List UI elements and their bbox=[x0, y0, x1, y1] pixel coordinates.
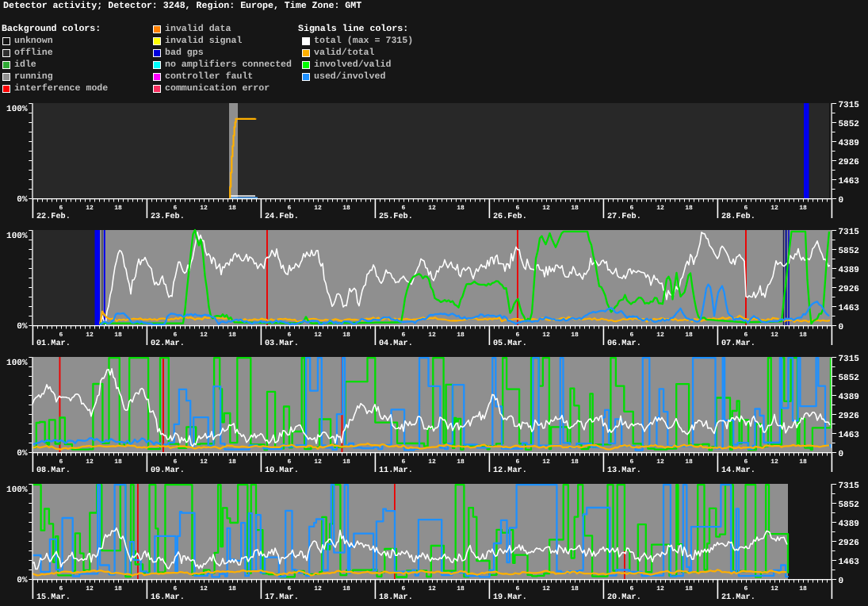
svg-text:6: 6 bbox=[744, 458, 748, 466]
svg-text:4389: 4389 bbox=[839, 393, 859, 402]
svg-text:22.Feb.: 22.Feb. bbox=[36, 212, 71, 221]
svg-text:18: 18 bbox=[228, 585, 236, 593]
svg-text:12: 12 bbox=[200, 332, 208, 339]
svg-text:12: 12 bbox=[200, 458, 208, 466]
svg-text:01.Mar.: 01.Mar. bbox=[36, 339, 71, 347]
svg-text:12: 12 bbox=[542, 585, 550, 593]
svg-text:12: 12 bbox=[656, 205, 664, 212]
svg-text:18: 18 bbox=[685, 458, 693, 466]
svg-text:27.Feb.: 27.Feb. bbox=[607, 212, 641, 221]
svg-text:2926: 2926 bbox=[839, 158, 859, 167]
svg-text:6: 6 bbox=[516, 585, 520, 593]
svg-text:23.Feb.: 23.Feb. bbox=[151, 212, 185, 221]
svg-text:12: 12 bbox=[428, 332, 436, 339]
svg-text:18: 18 bbox=[228, 458, 236, 466]
svg-text:07.Mar.: 07.Mar. bbox=[721, 339, 755, 347]
svg-text:4389: 4389 bbox=[839, 266, 859, 275]
svg-text:02.Mar.: 02.Mar. bbox=[151, 339, 185, 347]
svg-text:6: 6 bbox=[402, 585, 406, 593]
svg-text:24.Feb.: 24.Feb. bbox=[265, 212, 299, 221]
svg-text:6: 6 bbox=[630, 458, 634, 466]
svg-text:18: 18 bbox=[457, 332, 465, 339]
svg-text:06.Mar.: 06.Mar. bbox=[607, 339, 641, 347]
svg-text:14.Mar.: 14.Mar. bbox=[721, 466, 755, 474]
svg-text:4389: 4389 bbox=[839, 520, 859, 529]
svg-text:12: 12 bbox=[314, 205, 322, 212]
svg-text:18: 18 bbox=[457, 585, 465, 593]
svg-text:6: 6 bbox=[174, 205, 178, 212]
svg-text:4389: 4389 bbox=[839, 139, 859, 148]
svg-text:0: 0 bbox=[839, 577, 844, 586]
svg-text:18: 18 bbox=[342, 332, 350, 339]
svg-text:15.Mar.: 15.Mar. bbox=[36, 593, 71, 601]
svg-text:6: 6 bbox=[174, 458, 178, 466]
svg-text:6: 6 bbox=[288, 458, 292, 466]
svg-text:6: 6 bbox=[516, 205, 520, 212]
svg-text:1463: 1463 bbox=[839, 558, 860, 567]
svg-text:12: 12 bbox=[542, 332, 550, 339]
svg-text:6: 6 bbox=[59, 332, 63, 339]
svg-text:6: 6 bbox=[744, 332, 748, 339]
svg-text:2926: 2926 bbox=[839, 539, 859, 548]
svg-text:05.Mar.: 05.Mar. bbox=[493, 339, 527, 347]
svg-text:100%: 100% bbox=[6, 232, 28, 241]
svg-text:7315: 7315 bbox=[839, 481, 860, 491]
svg-text:2926: 2926 bbox=[839, 412, 859, 421]
svg-text:10.Mar.: 10.Mar. bbox=[265, 466, 299, 474]
svg-text:5852: 5852 bbox=[839, 247, 859, 256]
svg-text:12: 12 bbox=[314, 585, 322, 593]
svg-text:18.Mar.: 18.Mar. bbox=[379, 593, 413, 601]
svg-text:17.Mar.: 17.Mar. bbox=[265, 593, 299, 601]
svg-text:0: 0 bbox=[839, 450, 844, 459]
svg-text:12: 12 bbox=[428, 205, 436, 212]
svg-text:6: 6 bbox=[402, 205, 406, 212]
svg-text:7315: 7315 bbox=[839, 228, 860, 237]
svg-text:11.Mar.: 11.Mar. bbox=[379, 466, 413, 474]
svg-text:21.Mar.: 21.Mar. bbox=[721, 593, 755, 601]
svg-text:18: 18 bbox=[342, 458, 350, 466]
svg-text:12: 12 bbox=[770, 585, 778, 593]
svg-text:6: 6 bbox=[174, 585, 178, 593]
svg-text:18: 18 bbox=[571, 332, 579, 339]
svg-text:5852: 5852 bbox=[839, 501, 859, 510]
svg-text:03.Mar.: 03.Mar. bbox=[265, 339, 299, 347]
svg-text:100%: 100% bbox=[6, 359, 28, 368]
svg-text:18: 18 bbox=[799, 205, 807, 212]
svg-text:28.Feb.: 28.Feb. bbox=[721, 212, 755, 221]
svg-text:12: 12 bbox=[770, 205, 778, 212]
svg-text:18: 18 bbox=[342, 205, 350, 212]
svg-text:12: 12 bbox=[770, 332, 778, 339]
svg-text:6: 6 bbox=[288, 205, 292, 212]
svg-text:16.Mar.: 16.Mar. bbox=[151, 593, 185, 601]
svg-text:18: 18 bbox=[228, 205, 236, 212]
svg-text:12: 12 bbox=[200, 585, 208, 593]
svg-text:12: 12 bbox=[428, 585, 436, 593]
svg-text:6: 6 bbox=[174, 332, 178, 339]
svg-text:12: 12 bbox=[314, 332, 322, 339]
svg-text:7315: 7315 bbox=[839, 355, 860, 364]
svg-text:12: 12 bbox=[200, 205, 208, 212]
svg-text:6: 6 bbox=[402, 332, 406, 339]
svg-text:0: 0 bbox=[839, 196, 844, 205]
svg-text:0%: 0% bbox=[17, 322, 28, 332]
svg-text:7315: 7315 bbox=[839, 101, 860, 110]
svg-text:18: 18 bbox=[685, 332, 693, 339]
svg-text:6: 6 bbox=[516, 332, 520, 339]
svg-text:18: 18 bbox=[114, 585, 122, 593]
svg-text:18: 18 bbox=[685, 585, 693, 593]
svg-text:04.Mar.: 04.Mar. bbox=[379, 339, 413, 347]
svg-text:6: 6 bbox=[630, 585, 634, 593]
svg-text:12: 12 bbox=[86, 205, 94, 212]
svg-text:18: 18 bbox=[799, 332, 807, 339]
svg-text:0%: 0% bbox=[17, 576, 28, 585]
svg-text:6: 6 bbox=[288, 332, 292, 339]
svg-text:18: 18 bbox=[685, 205, 693, 212]
svg-text:2926: 2926 bbox=[839, 285, 859, 294]
svg-text:13.Mar.: 13.Mar. bbox=[607, 466, 641, 474]
svg-text:18: 18 bbox=[571, 205, 579, 212]
svg-text:6: 6 bbox=[516, 458, 520, 466]
svg-text:08.Mar.: 08.Mar. bbox=[36, 466, 71, 474]
svg-text:6: 6 bbox=[402, 458, 406, 466]
svg-text:12: 12 bbox=[86, 458, 94, 466]
svg-text:12: 12 bbox=[542, 458, 550, 466]
